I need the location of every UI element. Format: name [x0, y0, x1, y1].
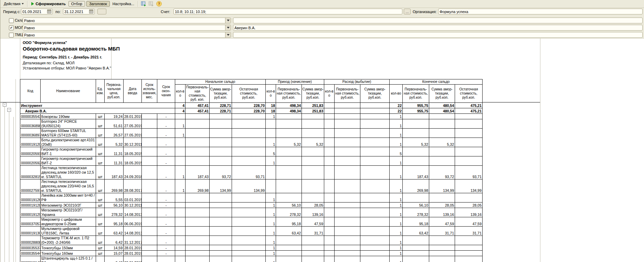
cell[interactable]: шт — [96, 119, 105, 129]
cell[interactable] — [210, 138, 232, 147]
cell[interactable]: 955,75 — [403, 103, 429, 108]
cell[interactable]: 1 — [390, 217, 403, 227]
cell[interactable] — [335, 156, 360, 166]
cell[interactable]: 0000035543 — [20, 114, 41, 119]
cell[interactable] — [302, 166, 324, 179]
cell[interactable]: 0000019126 — [20, 193, 41, 203]
cell[interactable]: 475,21 — [455, 108, 483, 114]
cell[interactable] — [455, 251, 483, 256]
cell[interactable]: 0000037057 — [20, 217, 41, 227]
cell[interactable]: Боты диэлектрические арт.4101 (20кВ) — [41, 138, 96, 147]
cell[interactable]: 28,05 — [302, 203, 324, 208]
cell[interactable] — [360, 129, 390, 138]
cell[interactable] — [232, 227, 266, 236]
cell[interactable]: шт — [96, 203, 105, 208]
cell[interactable]: 480,54 — [429, 103, 455, 108]
cell[interactable] — [429, 245, 455, 251]
cell[interactable] — [276, 256, 302, 262]
cell[interactable] — [175, 208, 186, 217]
cell[interactable]: 6,42 — [105, 236, 124, 245]
cell[interactable] — [175, 193, 186, 203]
cell[interactable]: 28.01.2019 — [124, 114, 142, 119]
filter-value-mol[interactable]: Аверин В.А. — [233, 25, 643, 31]
cell[interactable] — [360, 179, 390, 193]
cell[interactable] — [360, 217, 390, 227]
period-from-field[interactable]: 01.09.2021 — [21, 9, 53, 14]
cell[interactable] — [210, 114, 232, 119]
cell[interactable]: 1 — [390, 203, 403, 208]
cell[interactable] — [335, 227, 360, 236]
organization-field[interactable]: Формула успеха — [438, 9, 643, 14]
cell[interactable] — [360, 193, 390, 203]
cell[interactable]: 31.12.2017 — [124, 236, 142, 245]
cell[interactable]: Болторез 600мм STARTUL MASTER (ST4115-60… — [41, 129, 96, 138]
cell[interactable]: 1 — [390, 236, 403, 245]
cell[interactable]: 27.05.2019 — [124, 129, 142, 138]
cell[interactable]: 5,32 — [276, 138, 302, 147]
cell[interactable]: 28.01.2019 — [124, 245, 142, 251]
cell[interactable]: 5 — [390, 147, 403, 156]
cell[interactable]: 03.01.2015 — [124, 256, 142, 262]
cell[interactable]: шт — [96, 156, 105, 166]
cell[interactable] — [142, 256, 157, 262]
checkbox-sklad[interactable] — [9, 18, 14, 23]
cell[interactable]: 1 — [175, 129, 186, 138]
cell[interactable] — [455, 114, 483, 119]
cell[interactable]: Микрометр с цифровым индикатором 0-25мм — [41, 217, 96, 227]
filter-button[interactable]: Отбор — [68, 1, 85, 7]
cell[interactable] — [360, 147, 390, 156]
cell[interactable]: 139,16 — [302, 208, 324, 217]
cell[interactable]: 14.08.2013 — [124, 208, 142, 217]
condition-combo-tmc[interactable]: Равно — [23, 32, 231, 38]
cell[interactable]: 56,10 — [105, 203, 124, 208]
cell[interactable] — [335, 217, 360, 227]
cell[interactable] — [360, 119, 390, 129]
cell[interactable] — [455, 256, 483, 262]
cell[interactable]: 1 — [390, 156, 403, 166]
cell[interactable]: 5,32 — [403, 138, 429, 147]
cell[interactable]: 5,32 — [429, 138, 455, 147]
cell[interactable]: 457,41 — [186, 103, 210, 108]
cell[interactable] — [210, 251, 232, 256]
cell[interactable]: 187,43 — [403, 166, 429, 179]
cell[interactable]: 139,16 — [429, 208, 455, 217]
cell[interactable] — [276, 166, 302, 179]
cell[interactable] — [210, 217, 232, 227]
cell[interactable]: 269,98 — [403, 179, 429, 193]
cell[interactable] — [186, 119, 210, 129]
cell[interactable]: - — [157, 227, 175, 236]
group-row-label[interactable]: Инструмент — [20, 103, 175, 108]
cell[interactable] — [302, 251, 324, 256]
cell[interactable] — [360, 236, 390, 245]
cell[interactable] — [232, 203, 266, 208]
cell[interactable]: 1 — [390, 179, 403, 193]
cell[interactable] — [403, 251, 429, 256]
cell[interactable] — [210, 245, 232, 251]
cell[interactable]: 228,70 — [232, 108, 266, 114]
cell[interactable]: 498,34 — [276, 108, 302, 114]
cell[interactable]: Болторез 24" FORCE (9U050124) — [41, 119, 96, 129]
cell[interactable] — [186, 245, 210, 251]
cell[interactable] — [142, 119, 157, 129]
cell[interactable]: 1 — [266, 227, 276, 236]
cell[interactable] — [142, 217, 157, 227]
cell[interactable]: 0000020591 — [20, 147, 41, 156]
cell[interactable] — [186, 114, 210, 119]
cell[interactable] — [335, 245, 360, 251]
cell[interactable] — [302, 147, 324, 156]
cell[interactable] — [429, 251, 455, 256]
cell[interactable] — [335, 138, 360, 147]
cell[interactable] — [403, 193, 429, 203]
cell[interactable] — [360, 203, 390, 208]
cell[interactable] — [302, 129, 324, 138]
cell[interactable] — [175, 138, 186, 147]
cell[interactable]: 28.01.2019 — [124, 251, 142, 256]
cell[interactable]: 0000019128 — [20, 203, 41, 208]
cell[interactable]: 5,32 — [105, 138, 124, 147]
cell[interactable] — [232, 245, 266, 251]
cell[interactable]: 0000020592 — [20, 156, 41, 166]
cell[interactable] — [335, 203, 360, 208]
cell[interactable] — [335, 119, 360, 129]
cell[interactable] — [175, 227, 186, 236]
help-icon[interactable]: ? — [156, 1, 162, 7]
